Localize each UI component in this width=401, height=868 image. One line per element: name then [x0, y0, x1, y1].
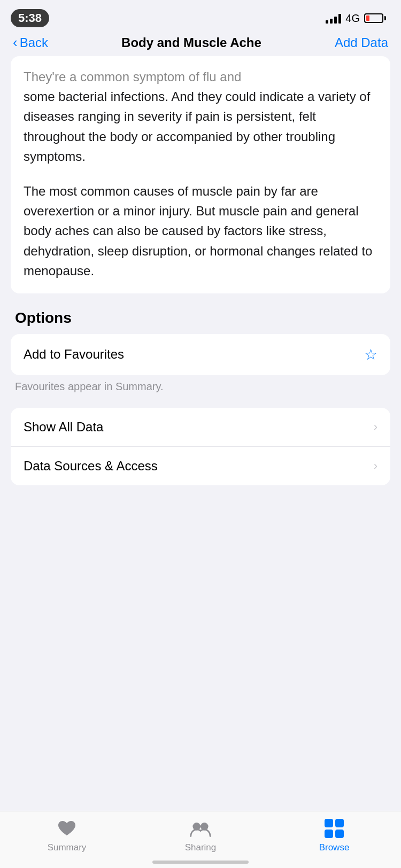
data-options-card: Show All Data › Data Sources & Access › — [11, 408, 390, 485]
battery-body — [364, 13, 383, 23]
partial-text: They're a common symptom of flu and — [24, 69, 241, 84]
summary-tab-label: Summary — [48, 842, 87, 853]
description-partial: They're a common symptom of flu and some… — [24, 67, 377, 166]
content-scroll: They're a common symptom of flu and some… — [0, 56, 401, 517]
tab-summary[interactable]: Summary — [29, 818, 104, 853]
back-chevron-icon: ‹ — [13, 34, 18, 51]
tab-sharing[interactable]: Sharing — [163, 818, 238, 853]
signal-bar-2 — [330, 19, 333, 24]
tab-bar: Summary Sharing Browse — [0, 811, 401, 868]
data-sources-label: Data Sources & Access — [24, 459, 158, 474]
browse-dot-4 — [335, 830, 344, 838]
page-title: Body and Muscle Ache — [121, 35, 261, 50]
show-all-data-label: Show All Data — [24, 420, 103, 435]
browse-dot-2 — [335, 819, 344, 827]
description-paragraph2: The most common causes of muscle pain by… — [24, 181, 377, 281]
sharing-tab-icon — [190, 818, 211, 839]
signal-bars — [326, 13, 341, 24]
tab-browse[interactable]: Browse — [297, 818, 372, 853]
description-card: They're a common symptom of flu and some… — [11, 56, 390, 293]
favourites-note: Favourites appear in Summary. — [15, 381, 386, 393]
status-time: 5:38 — [11, 9, 49, 27]
browse-dot-1 — [325, 819, 333, 827]
favourites-card: Add to Favourites ☆ — [11, 334, 390, 375]
browse-dot-3 — [325, 830, 333, 838]
battery-fill — [366, 15, 369, 21]
back-label: Back — [20, 35, 48, 50]
nav-bar: ‹ Back Body and Muscle Ache Add Data — [0, 29, 401, 56]
signal-bar-3 — [334, 17, 337, 24]
status-bar: 5:38 4G — [0, 0, 401, 29]
status-right: 4G — [326, 12, 386, 25]
battery-cap — [384, 16, 386, 20]
data-sources-chevron-icon: › — [374, 459, 377, 473]
browse-tab-icon — [323, 818, 345, 839]
description-paragraph1: some bacterial infections. And they coul… — [24, 89, 370, 164]
network-label: 4G — [345, 12, 360, 25]
star-icon: ☆ — [364, 346, 377, 363]
signal-bar-1 — [326, 20, 328, 24]
heart-icon — [57, 820, 76, 837]
signal-bar-4 — [338, 14, 341, 24]
battery — [364, 13, 386, 23]
show-all-data-row[interactable]: Show All Data › — [11, 408, 390, 447]
home-indicator — [152, 861, 249, 864]
browse-tab-label: Browse — [319, 842, 350, 853]
sharing-icon — [190, 819, 211, 838]
back-button[interactable]: ‹ Back — [13, 34, 48, 51]
add-to-favourites-label: Add to Favourites — [24, 347, 124, 362]
show-all-data-chevron-icon: › — [374, 420, 377, 434]
data-sources-row[interactable]: Data Sources & Access › — [11, 447, 390, 485]
options-section-title: Options — [15, 309, 386, 327]
sharing-tab-label: Sharing — [185, 842, 217, 853]
browse-grid-icon — [325, 819, 344, 838]
add-data-button[interactable]: Add Data — [335, 35, 388, 50]
summary-tab-icon — [56, 818, 78, 839]
add-to-favourites-row[interactable]: Add to Favourites ☆ — [11, 334, 390, 375]
